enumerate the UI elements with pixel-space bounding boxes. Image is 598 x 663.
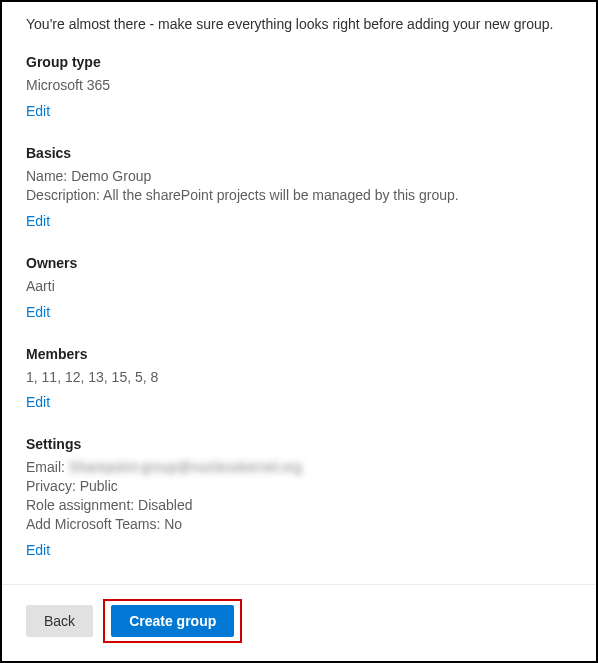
settings-role-label: Role assignment: <box>26 497 134 513</box>
review-panel: You're almost there - make sure everythi… <box>2 2 596 558</box>
section-group-type: Group type Microsoft 365 Edit <box>26 54 572 119</box>
settings-privacy-label: Privacy: <box>26 478 76 494</box>
basics-desc-label: Description: <box>26 187 100 203</box>
settings-role-line: Role assignment: Disabled <box>26 496 572 515</box>
section-members: Members 1, 11, 12, 13, 15, 5, 8 Edit <box>26 346 572 411</box>
basics-title: Basics <box>26 145 572 161</box>
edit-settings-link[interactable]: Edit <box>26 542 50 558</box>
owners-title: Owners <box>26 255 572 271</box>
settings-title: Settings <box>26 436 572 452</box>
members-title: Members <box>26 346 572 362</box>
create-group-button[interactable]: Create group <box>111 605 234 637</box>
settings-email-value: Sharepoint-group@nucleuskernel.org <box>69 459 302 475</box>
edit-members-link[interactable]: Edit <box>26 394 50 410</box>
settings-email-label: Email: <box>26 459 65 475</box>
back-button[interactable]: Back <box>26 605 93 637</box>
settings-privacy-value: Public <box>80 478 118 494</box>
basics-desc-value: All the sharePoint projects will be mana… <box>103 187 459 203</box>
settings-email-line: Email: Sharepoint-group@nucleuskernel.or… <box>26 458 572 477</box>
owners-value: Aarti <box>26 277 572 296</box>
intro-text: You're almost there - make sure everythi… <box>26 16 572 32</box>
basics-desc-line: Description: All the sharePoint projects… <box>26 186 572 205</box>
edit-owners-link[interactable]: Edit <box>26 304 50 320</box>
group-type-title: Group type <box>26 54 572 70</box>
basics-name-value: Demo Group <box>71 168 151 184</box>
section-settings: Settings Email: Sharepoint-group@nucleus… <box>26 436 572 558</box>
section-owners: Owners Aarti Edit <box>26 255 572 320</box>
edit-basics-link[interactable]: Edit <box>26 213 50 229</box>
basics-name-label: Name: <box>26 168 67 184</box>
settings-teams-label: Add Microsoft Teams: <box>26 516 160 532</box>
edit-group-type-link[interactable]: Edit <box>26 103 50 119</box>
settings-teams-line: Add Microsoft Teams: No <box>26 515 572 534</box>
members-value: 1, 11, 12, 13, 15, 5, 8 <box>26 368 572 387</box>
footer-bar: Back Create group <box>2 584 596 657</box>
settings-teams-value: No <box>164 516 182 532</box>
settings-privacy-line: Privacy: Public <box>26 477 572 496</box>
section-basics: Basics Name: Demo Group Description: All… <box>26 145 572 229</box>
settings-role-value: Disabled <box>138 497 192 513</box>
basics-name-line: Name: Demo Group <box>26 167 572 186</box>
create-highlight: Create group <box>103 599 242 643</box>
group-type-value: Microsoft 365 <box>26 76 572 95</box>
